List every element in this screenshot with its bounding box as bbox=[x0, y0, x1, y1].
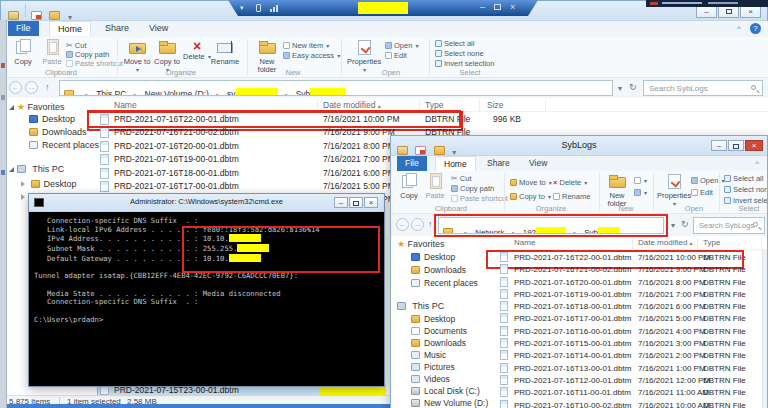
search-input[interactable]: Search SybLogs bbox=[693, 217, 765, 234]
sidebar-item[interactable]: Desktop bbox=[411, 252, 455, 262]
column-header-type[interactable]: Type bbox=[425, 100, 443, 110]
forward-button[interactable]: → bbox=[25, 81, 38, 94]
rdp-pin-icon[interactable] bbox=[256, 4, 261, 12]
select-none-button[interactable]: Select none bbox=[435, 49, 484, 58]
column-divider[interactable] bbox=[479, 100, 480, 111]
up-button[interactable]: ↑ bbox=[428, 219, 433, 229]
breadcrumb-sy[interactable]: sy bbox=[227, 89, 236, 96]
qat-new-folder-icon[interactable] bbox=[49, 11, 60, 20]
sidebar-item[interactable]: Desktop bbox=[411, 314, 455, 324]
delete-button[interactable]: × Delete ▾ bbox=[183, 39, 211, 62]
cut-button[interactable]: ✂ Cut bbox=[66, 41, 86, 50]
sidebar-favorites-header[interactable]: ★ Favorites bbox=[9, 102, 65, 112]
edit-button[interactable]: Edit bbox=[385, 51, 407, 60]
select-none-button[interactable]: Select none bbox=[724, 185, 767, 194]
vertical-scrollbar[interactable] bbox=[762, 250, 767, 408]
paste-button[interactable]: Paste bbox=[423, 173, 447, 200]
move-to-button[interactable]: Move to ▾ bbox=[510, 178, 552, 187]
syb-maximize-button[interactable] bbox=[728, 140, 744, 151]
column-header-date[interactable]: Date modified ▴ bbox=[638, 238, 693, 247]
forward-button[interactable]: → bbox=[411, 218, 424, 231]
copy-button[interactable]: Copy bbox=[9, 39, 37, 66]
file-row[interactable]: PRD-2021-07-16T19-00-01.dbtm 7/16/2021 7… bbox=[498, 289, 763, 301]
breadcrumb-this-pc[interactable]: This PC bbox=[96, 89, 126, 96]
tab-home[interactable]: Home bbox=[49, 21, 91, 36]
file-row[interactable]: PRD-2021-07-16T13-00-01.dbtm 7/16/2021 1… bbox=[498, 363, 763, 375]
column-header-size[interactable]: Size bbox=[487, 100, 504, 110]
rdp-minimize-button[interactable]: – bbox=[480, 2, 485, 12]
rdp-close-button[interactable]: × bbox=[510, 2, 515, 12]
column-divider[interactable] bbox=[419, 100, 420, 111]
address-dropdown-icon[interactable]: ▾ bbox=[618, 84, 622, 93]
tab-file[interactable]: File bbox=[397, 156, 427, 171]
rename-button[interactable]: Rename bbox=[209, 39, 241, 66]
sidebar-item[interactable]: Downloads bbox=[411, 338, 466, 348]
file-row[interactable]: PRD-2021-07-16T11-00-01.dbtm 7/16/2021 1… bbox=[498, 387, 763, 399]
rdp-dropdown-icon[interactable]: ▾ bbox=[240, 4, 244, 12]
tab-share[interactable]: Share bbox=[97, 21, 137, 36]
file-row[interactable]: PRD-2021-07-16T14-00-01.dbtm 7/16/2021 2… bbox=[498, 350, 763, 362]
invert-selection-button[interactable]: Invert selection bbox=[435, 59, 494, 68]
file-row[interactable]: PRD-2021-07-16T15-00-01.dbtm 7/16/2021 3… bbox=[498, 338, 763, 350]
paste-button[interactable]: Paste bbox=[38, 39, 66, 66]
select-all-button[interactable]: Select all bbox=[724, 174, 763, 183]
file-row[interactable]: PRD-2021-07-16T21-00-02.dbtm 7/16/2021 9… bbox=[498, 264, 763, 276]
cut-button[interactable]: ✂ Cut bbox=[451, 174, 471, 183]
copy-path-button[interactable]: Copy path bbox=[451, 184, 494, 193]
back-button[interactable]: ← bbox=[9, 81, 22, 94]
tab-view[interactable]: View bbox=[141, 21, 176, 36]
new-item-button[interactable]: New item ▾ bbox=[283, 41, 329, 50]
breadcrumb-192[interactable]: 192 bbox=[523, 228, 536, 234]
new-item-button[interactable]: ▾ bbox=[634, 176, 647, 185]
sidebar-item[interactable]: Pictures bbox=[411, 362, 455, 372]
sidebar-favorites-header[interactable]: ★ Favorites bbox=[397, 239, 445, 249]
up-button[interactable]: ↑ bbox=[45, 82, 50, 92]
breadcrumb-new-volume[interactable]: New Volume (D:) bbox=[145, 89, 209, 96]
copy-button[interactable]: Copy bbox=[397, 173, 421, 200]
cmd-minimize-button[interactable]: – bbox=[334, 197, 348, 208]
paste-shortcut-button[interactable]: Paste shortcut bbox=[66, 59, 123, 68]
ribbon-collapse-icon[interactable]: ^ bbox=[737, 24, 741, 33]
syb-close-button[interactable]: × bbox=[745, 140, 763, 151]
column-divider[interactable] bbox=[317, 100, 318, 111]
sidebar-item[interactable]: Recent places bbox=[29, 140, 99, 150]
paste-shortcut-button[interactable]: Paste shortcut bbox=[451, 194, 508, 203]
sidebar-item[interactable]: Videos bbox=[411, 374, 450, 384]
file-row[interactable]: PRD-2021-07-16T18-00-01.dbtm 7/16/2021 6… bbox=[498, 301, 763, 313]
sidebar-item[interactable]: Downloads bbox=[411, 265, 466, 275]
copy-to-button[interactable]: Copy to ▾ bbox=[510, 192, 551, 201]
syb-minimize-button[interactable]: – bbox=[711, 140, 727, 151]
help-icon[interactable]: ? bbox=[750, 23, 761, 34]
taskbar-strip[interactable] bbox=[0, 404, 390, 408]
delete-button[interactable]: × Delete ▾ bbox=[553, 178, 587, 187]
new-folder-button[interactable]: New folder bbox=[603, 173, 631, 207]
back-button[interactable]: ← bbox=[396, 218, 409, 231]
file-row[interactable]: PRD-2021-07-16T22-00-01.dbtm 7/16/2021 1… bbox=[498, 252, 763, 264]
cmd-maximize-button[interactable] bbox=[349, 197, 363, 208]
properties-button[interactable]: Properties ▾ bbox=[657, 173, 691, 208]
tab-share[interactable]: Share bbox=[479, 156, 518, 171]
tab-file[interactable]: File bbox=[8, 21, 39, 36]
address-dropdown-icon[interactable]: ▾ bbox=[671, 221, 675, 230]
column-header-name[interactable]: Name bbox=[514, 238, 535, 247]
rdp-restore-button[interactable] bbox=[494, 4, 501, 10]
qat-properties-icon[interactable] bbox=[31, 11, 42, 20]
refresh-icon[interactable]: ↻ bbox=[629, 82, 637, 92]
column-divider[interactable] bbox=[545, 100, 546, 111]
search-input[interactable]: Search SybLogs bbox=[643, 80, 763, 96]
ribbon-collapse-icon[interactable]: ^ bbox=[755, 159, 759, 168]
column-header-date[interactable]: Date modified ▴ bbox=[323, 100, 381, 110]
sidebar-item[interactable]: Downloads bbox=[29, 127, 87, 137]
file-row[interactable]: PRD-2021-07-16T17-00-01.dbtm 7/16/2021 5… bbox=[498, 313, 763, 325]
breadcrumb-network[interactable]: Network bbox=[475, 228, 504, 234]
sidebar-item[interactable]: Local Disk (C:) bbox=[411, 386, 480, 396]
sidebar-item[interactable]: Music bbox=[411, 350, 446, 360]
column-divider[interactable] bbox=[632, 238, 633, 249]
breadcrumb-syb[interactable]: Syb bbox=[296, 89, 311, 96]
tab-view[interactable]: View bbox=[521, 156, 555, 171]
sidebar-item[interactable]: New Volume (D:) bbox=[411, 398, 488, 408]
edit-button[interactable]: Edit bbox=[691, 188, 713, 197]
sidebar-item[interactable]: Recent places bbox=[411, 278, 478, 288]
file-row[interactable]: PRD-2021-07-16T22-00-01.dbtm 7/16/2021 1… bbox=[95, 113, 768, 126]
file-row[interactable]: PRD-2021-07-16T12-00-01.dbtm 7/16/2021 1… bbox=[498, 375, 763, 387]
